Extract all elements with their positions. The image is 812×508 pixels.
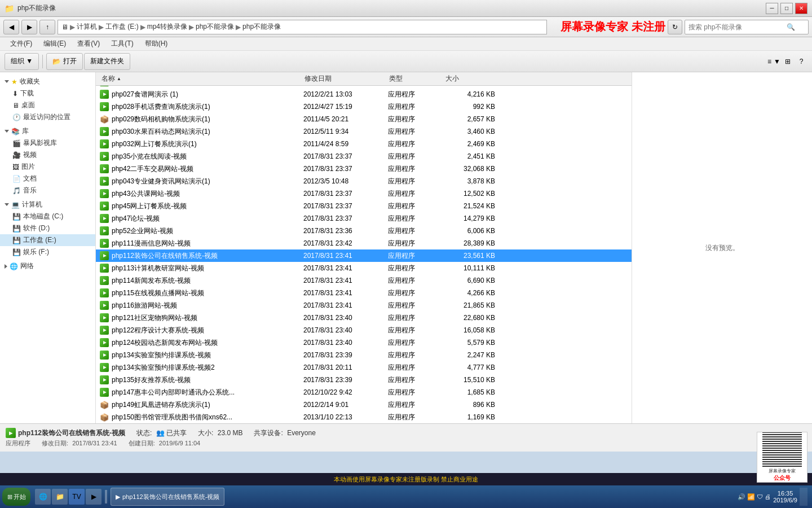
- sidebar-computer-header[interactable]: 💻 计算机: [0, 199, 95, 211]
- sidebar-favorites-header[interactable]: ★ 收藏夹: [0, 76, 95, 87]
- file-list[interactable]: ▶php010学习预警信息管理系统演 (1)2012/4/19 12:37应用程…: [96, 86, 632, 423]
- new-folder-button[interactable]: 新建文件夹: [84, 53, 130, 70]
- file-row[interactable]: ▶php114新闻发布系统-视频2017/8/31 23:41应用程序6,690…: [96, 274, 632, 287]
- sidebar-item-desktop[interactable]: 🖥 桌面: [0, 99, 95, 111]
- organize-button[interactable]: 组织 ▼: [5, 53, 39, 70]
- help-button[interactable]: ?: [795, 55, 807, 68]
- sidebar-item-d-drive[interactable]: 💾 软件 (D:): [0, 222, 95, 234]
- file-row[interactable]: ▶php111漫画信息网站-视频2017/8/31 23:42应用程序28,38…: [96, 237, 632, 249]
- file-row[interactable]: ▶php42二手车交易网站-视频2017/8/31 23:37应用程序32,06…: [96, 163, 632, 175]
- file-row[interactable]: ▶php027食谱网演示 (1)2012/2/21 13:03应用程序4,216…: [96, 88, 632, 100]
- file-row[interactable]: ▶php112装饰公司在线销售系统-视频2017/8/31 23:41应用程序2…: [96, 249, 632, 262]
- address-bar: ◀ ▶ ↑ 🖥 ▶ 计算机 ▶ 工作盘 (E:) ▶ mp4转换录像 ▶ php…: [0, 17, 812, 37]
- file-row[interactable]: ▶php121社区宠物狗网站-视频2017/8/31 23:40应用程序22,6…: [96, 312, 632, 324]
- sidebar-item-c-drive[interactable]: 💾 本地磁盘 (C:): [0, 211, 95, 222]
- menu-help[interactable]: 帮助(H): [139, 38, 174, 50]
- file-row[interactable]: ▶php032网上订餐系统演示(1)2011/4/24 8:59应用程序2,46…: [96, 138, 632, 150]
- title-bar-left: 📁 php不能录像: [5, 3, 56, 13]
- file-row[interactable]: ▶php030水果百科动态网站演示(1)2012/5/11 9:34应用程序3,…: [96, 125, 632, 138]
- back-button[interactable]: ◀: [3, 20, 19, 34]
- start-button[interactable]: ⊞ 开始: [2, 488, 30, 506]
- search-input[interactable]: [689, 23, 784, 31]
- file-row[interactable]: ▶php116旅游网站-视频2017/8/31 23:41应用程序21,865 …: [96, 299, 632, 312]
- organize-label: 组织 ▼: [11, 56, 33, 66]
- search-box[interactable]: 🔍: [685, 20, 809, 34]
- sidebar-item-download[interactable]: ⬇ 下载: [0, 87, 95, 99]
- forward-button[interactable]: ▶: [21, 20, 37, 34]
- sidebar-item-e-drive[interactable]: 💾 工作盘 (E:): [0, 234, 95, 246]
- menu-edit[interactable]: 编辑(E): [38, 38, 72, 50]
- sidebar-item-music[interactable]: 🎵 音乐: [0, 185, 95, 196]
- address-icon: 🖥: [61, 23, 68, 31]
- menu-view[interactable]: 查看(V): [72, 38, 105, 50]
- file-name: php42二手车交易网站-视频: [112, 164, 303, 174]
- file-row[interactable]: ▶php134实验室预约排课系统-视频2017/8/31 23:39应用程序2,…: [96, 349, 632, 361]
- file-icon: 📦: [99, 400, 109, 409]
- view-dropdown-icon: ▼: [774, 58, 780, 65]
- maximize-button[interactable]: □: [780, 3, 793, 14]
- sidebar-item-doc[interactable]: 📄 文档: [0, 173, 95, 185]
- col-header-modified[interactable]: 修改日期: [302, 74, 387, 84]
- show-desktop-button[interactable]: [800, 488, 807, 506]
- file-row[interactable]: ▶php135好友推荐系统-视频2017/8/31 23:39应用程序15,51…: [96, 374, 632, 386]
- file-row[interactable]: ▶php45网上订餐系统-视频2017/8/31 23:37应用程序21,524…: [96, 200, 632, 212]
- file-date: 2017/8/31 23:40: [303, 314, 388, 322]
- f-drive-icon: 💾: [12, 248, 21, 256]
- file-name: php121社区宠物狗网站-视频: [112, 313, 303, 323]
- close-button[interactable]: ✕: [795, 3, 807, 14]
- sidebar-item-f-drive[interactable]: 💾 娱乐 (F:): [0, 246, 95, 258]
- col-header-name[interactable]: 名称 ▲: [99, 74, 302, 84]
- file-row[interactable]: ▶php122程序设计大赛系统-视频2017/8/31 23:40应用程序16,…: [96, 324, 632, 336]
- view-options[interactable]: ≡ ▼: [767, 58, 780, 65]
- file-row[interactable]: ▶php134实验室预约排课系统-视频22017/8/31 20:11应用程序4…: [96, 361, 632, 374]
- file-row[interactable]: ▶php113计算机教研室网站-视频2017/8/31 23:41应用程序10,…: [96, 262, 632, 274]
- col-header-size[interactable]: 大小: [443, 74, 500, 84]
- col-header-type[interactable]: 类型: [387, 74, 443, 84]
- file-row[interactable]: ▶php35小览在线阅读-视频2017/8/31 23:37应用程序2,451 …: [96, 150, 632, 163]
- up-button[interactable]: ↑: [39, 20, 55, 34]
- file-row[interactable]: ▶php115在线视频点播网站-视频2017/8/31 23:41应用程序4,2…: [96, 287, 632, 299]
- taskbar-window-title: php112装饰公司在线销售系统-视频: [122, 493, 219, 501]
- file-icon: 📦: [99, 413, 109, 422]
- sidebar-library-header[interactable]: 📚 库: [0, 125, 95, 137]
- sidebar-item-video[interactable]: 🎥 视频: [0, 149, 95, 161]
- file-row[interactable]: ▶php147惠丰公司内部即时通讯办公系统...2012/10/22 9:42应…: [96, 386, 632, 398]
- view-toggle-button[interactable]: ⊞: [782, 55, 794, 68]
- address-path[interactable]: 🖥 ▶ 计算机 ▶ 工作盘 (E:) ▶ mp4转换录像 ▶ php不能录像 ▶…: [58, 20, 547, 34]
- file-row[interactable]: ▶php47论坛-视频2017/8/31 23:37应用程序14,279 KB: [96, 212, 632, 225]
- app-icon: 📁: [5, 4, 14, 13]
- file-row[interactable]: 📦php150图书馆管理系统图书借阅xns62...2013/1/10 22:1…: [96, 411, 632, 423]
- sidebar-item-picture[interactable]: 🖼 图片: [0, 161, 95, 173]
- file-name: php134实验室预约排课系统-视频2: [112, 363, 303, 373]
- preview-text: 没有预览。: [705, 243, 739, 253]
- quicklaunch-app[interactable]: ▶: [86, 489, 102, 505]
- sidebar-network-header[interactable]: 🌐 网络: [0, 260, 95, 272]
- file-row[interactable]: ▶php43公共课网站-视频2017/8/31 23:37应用程序12,502 …: [96, 187, 632, 200]
- sidebar-item-baofeng[interactable]: 🎬 暴风影视库: [0, 137, 95, 149]
- network-label: 网络: [20, 261, 34, 271]
- file-size: 6,690 KB: [444, 277, 501, 284]
- file-row[interactable]: ▶php52企业网站-视频2017/8/31 23:36应用程序6,006 KB: [96, 225, 632, 237]
- taskbar: ⊞ 开始 🌐 📁 TV ▶ ▶ php112装饰公司在线销售系统-视频 🔊 📶 …: [0, 485, 812, 508]
- file-row[interactable]: ▶php043专业健身资讯网站演示(1)2012/3/5 10:48应用程序3,…: [96, 175, 632, 187]
- file-row[interactable]: 📦php149虹凤凰进销存系统演示(1)2012/2/14 9:01应用程序89…: [96, 398, 632, 411]
- quicklaunch-teamviewer[interactable]: TV: [69, 489, 85, 505]
- file-row[interactable]: ▶php124校园动态新闻发布网站-视频2017/8/31 23:40应用程序5…: [96, 336, 632, 349]
- status-shared: 共享设备: Everyone: [254, 428, 315, 438]
- sidebar-item-recent[interactable]: 🕐 最近访问的位置: [0, 111, 95, 123]
- sort-indicator: ▲: [117, 76, 121, 81]
- menu-tools[interactable]: 工具(T): [105, 38, 139, 50]
- search-icon[interactable]: 🔍: [787, 23, 795, 31]
- status-size: 大小: 23.0 MB: [198, 428, 242, 438]
- file-row[interactable]: ▶php028手机话费查询系统演示(1)2012/4/27 15:19应用程序9…: [96, 100, 632, 113]
- quicklaunch-folder[interactable]: 📁: [52, 489, 68, 505]
- refresh-button[interactable]: ↻: [668, 20, 682, 34]
- open-button[interactable]: 📂 打开: [46, 53, 83, 70]
- taskbar-active-window[interactable]: ▶ php112装饰公司在线销售系统-视频: [111, 488, 224, 506]
- file-icon: ▶: [99, 288, 109, 297]
- quicklaunch-ie[interactable]: 🌐: [35, 489, 51, 505]
- tray-clock[interactable]: 16:35 2019/6/9: [773, 490, 797, 503]
- minimize-button[interactable]: ─: [766, 3, 778, 14]
- menu-file[interactable]: 文件(F): [5, 38, 38, 50]
- file-row[interactable]: 📦php029数码相机购物系统演示(1)2011/4/5 20:21应用程序2,…: [96, 113, 632, 125]
